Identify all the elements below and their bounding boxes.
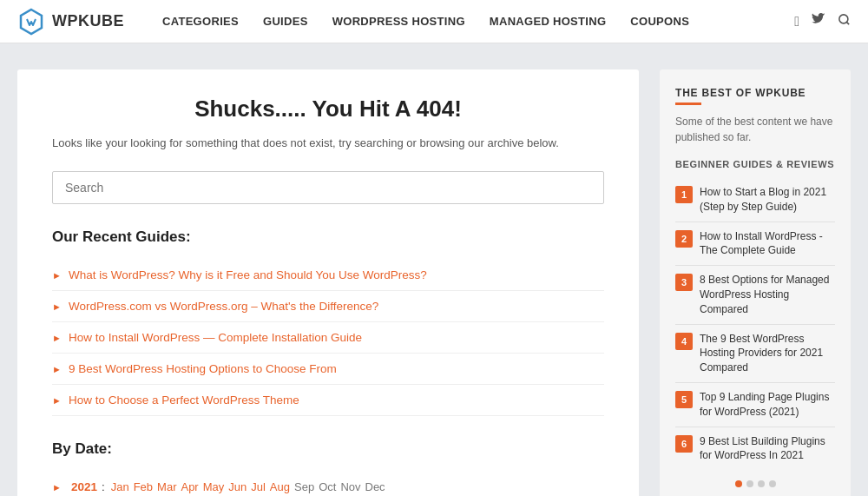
date-month[interactable]: Jan bbox=[111, 480, 129, 493]
rank-badge: 6 bbox=[675, 435, 693, 453]
date-year[interactable]: 2021 bbox=[71, 480, 97, 493]
date-month: Sep bbox=[294, 480, 314, 493]
date-month[interactable]: May bbox=[203, 480, 225, 493]
sidebar-section-label: BEGINNER GUIDES & REVIEWS bbox=[675, 159, 835, 169]
nav-item-categories[interactable]: CATEGORIES bbox=[150, 0, 251, 43]
guide-link[interactable]: What is WordPress? Why is it Free and Sh… bbox=[69, 268, 427, 281]
rank-badge: 4 bbox=[675, 333, 693, 350]
pagination-dot[interactable] bbox=[758, 480, 765, 487]
date-month[interactable]: Feb bbox=[134, 480, 153, 493]
sidebar-item-text: Top 9 Landing Page Plugins for WordPress… bbox=[700, 390, 835, 420]
logo-area[interactable]: WPKUBE bbox=[17, 8, 124, 36]
guide-item: ►How to Choose a Perfect WordPress Theme bbox=[52, 385, 604, 416]
guide-item: ►9 Best WordPress Hosting Options to Cho… bbox=[52, 354, 604, 385]
pagination-dot[interactable] bbox=[735, 480, 742, 487]
date-month: Oct bbox=[319, 480, 336, 493]
guide-arrow: ► bbox=[52, 364, 62, 374]
date-row: ►2021:Jan Feb Mar Apr May Jun Jul Aug Se… bbox=[52, 472, 604, 497]
sidebar-list: 1How to Start a Blog in 2021 (Step by St… bbox=[675, 178, 835, 470]
date-month[interactable]: Jul bbox=[251, 480, 266, 493]
guide-arrow: ► bbox=[52, 270, 62, 281]
page-container: Shucks..... You Hit A 404! Looks like yo… bbox=[0, 43, 868, 496]
guide-item: ►WordPress.com vs WordPress.org – What's… bbox=[52, 291, 604, 322]
header-social-icons:  bbox=[794, 13, 851, 30]
sidebar-item-text: 8 Best Options for Managed WordPress Hos… bbox=[700, 273, 835, 316]
rank-badge: 3 bbox=[675, 274, 693, 291]
date-section: By Date: ►2021:Jan Feb Mar Apr May Jun J… bbox=[52, 440, 604, 497]
guide-arrow: ► bbox=[52, 301, 62, 312]
facebook-icon[interactable]:  bbox=[794, 14, 799, 30]
nav-item-wordpress-hosting[interactable]: WORDPRESS HOSTING bbox=[320, 0, 477, 43]
sidebar-list-item[interactable]: 1How to Start a Blog in 2021 (Step by St… bbox=[675, 178, 835, 222]
sidebar-item-text: How to Install WordPress - The Complete … bbox=[700, 229, 835, 259]
rank-badge: 2 bbox=[675, 230, 693, 248]
date-month[interactable]: Aug bbox=[270, 480, 290, 493]
sidebar-divider bbox=[675, 103, 701, 105]
sidebar-item-text: 9 Best List Building Plugins for WordPre… bbox=[700, 434, 835, 464]
date-month[interactable]: Apr bbox=[181, 480, 198, 493]
recent-guides-heading: Our Recent Guides: bbox=[52, 228, 604, 246]
sidebar-item-text: How to Start a Blog in 2021 (Step by Ste… bbox=[700, 185, 835, 215]
page-title: Shucks..... You Hit A 404! bbox=[52, 96, 604, 122]
guide-link[interactable]: WordPress.com vs WordPress.org – What's … bbox=[69, 300, 378, 313]
rank-badge: 1 bbox=[675, 186, 693, 203]
guide-link[interactable]: 9 Best WordPress Hosting Options to Choo… bbox=[69, 362, 337, 375]
sidebar-list-item[interactable]: 38 Best Options for Managed WordPress Ho… bbox=[675, 266, 835, 324]
sidebar-desc: Some of the best content we have publish… bbox=[675, 114, 835, 145]
search-icon[interactable] bbox=[838, 13, 851, 30]
guide-item: ►How to Install WordPress — Complete Ins… bbox=[52, 322, 604, 354]
date-month: Nov bbox=[340, 480, 360, 493]
nav-item-managed-hosting[interactable]: MANAGED HOSTING bbox=[477, 0, 619, 43]
rank-badge: 5 bbox=[675, 391, 693, 408]
sidebar-title: THE BEST OF WPKUBE bbox=[675, 87, 835, 99]
main-content: Shucks..... You Hit A 404! Looks like yo… bbox=[17, 69, 639, 496]
svg-point-1 bbox=[839, 15, 848, 23]
guide-item: ►What is WordPress? Why is it Free and S… bbox=[52, 260, 604, 291]
search-input[interactable] bbox=[52, 171, 604, 204]
guide-list: ►What is WordPress? Why is it Free and S… bbox=[52, 260, 604, 416]
page-subtitle: Looks like your looking for something th… bbox=[52, 135, 604, 152]
nav-item-guides[interactable]: GUIDES bbox=[251, 0, 320, 43]
guide-arrow: ► bbox=[52, 333, 62, 343]
sidebar: THE BEST OF WPKUBE Some of the best cont… bbox=[660, 69, 851, 496]
nav-item-coupons[interactable]: COUPONS bbox=[618, 0, 701, 43]
by-date-heading: By Date: bbox=[52, 440, 604, 458]
twitter-icon[interactable] bbox=[812, 13, 825, 30]
guide-link[interactable]: How to Install WordPress — Complete Inst… bbox=[69, 331, 362, 344]
sidebar-list-item[interactable]: 5Top 9 Landing Page Plugins for WordPres… bbox=[675, 383, 835, 427]
date-arrow: ► bbox=[52, 482, 62, 493]
logo-icon bbox=[17, 8, 45, 36]
date-month[interactable]: Jun bbox=[228, 480, 247, 493]
sidebar-list-item[interactable]: 4The 9 Best WordPress Hosting Providers … bbox=[675, 325, 835, 383]
main-nav: CATEGORIESGUIDESWORDPRESS HOSTINGMANAGED… bbox=[150, 0, 794, 43]
date-month[interactable]: Mar bbox=[157, 480, 176, 493]
guide-arrow: ► bbox=[52, 395, 62, 406]
sidebar-item-text: The 9 Best WordPress Hosting Providers f… bbox=[700, 332, 835, 375]
date-month: Dec bbox=[365, 480, 385, 493]
pagination-dot[interactable] bbox=[746, 480, 753, 487]
sidebar-list-item[interactable]: 2How to Install WordPress - The Complete… bbox=[675, 222, 835, 267]
logo-text: WPKUBE bbox=[52, 12, 124, 30]
sidebar-list-item[interactable]: 69 Best List Building Plugins for WordPr… bbox=[675, 427, 835, 471]
svg-line-2 bbox=[846, 22, 849, 24]
date-colon: : bbox=[102, 480, 105, 493]
guide-link[interactable]: How to Choose a Perfect WordPress Theme bbox=[69, 393, 299, 407]
site-header: WPKUBE CATEGORIESGUIDESWORDPRESS HOSTING… bbox=[0, 0, 868, 43]
pagination-dots bbox=[675, 480, 835, 487]
date-rows: ►2021:Jan Feb Mar Apr May Jun Jul Aug Se… bbox=[52, 472, 604, 497]
pagination-dot[interactable] bbox=[769, 480, 776, 487]
